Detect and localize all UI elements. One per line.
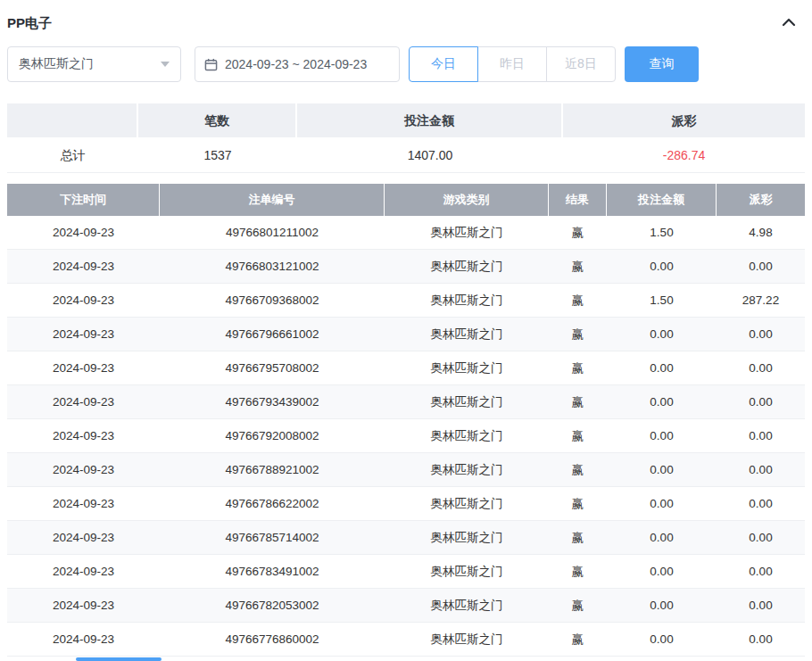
cell-payout: 0.00 [717, 555, 805, 588]
summary-header-blank [7, 103, 138, 137]
filter-toolbar: 奥林匹斯之门 2024-09-23 ~ 2024-09-23 今日 昨日 近8日… [7, 46, 805, 82]
cell-game-type: 奥林匹斯之门 [385, 385, 549, 418]
quick-range-button-group: 今日 昨日 近8日 [409, 46, 616, 82]
quick-range-today-button[interactable]: 今日 [409, 46, 478, 82]
search-button[interactable]: 查询 [625, 46, 699, 82]
cell-game-type: 奥林匹斯之门 [385, 351, 549, 384]
summary-total-count: 1537 [138, 137, 297, 172]
table-row: 2024-09-2349766801211002奥林匹斯之门赢1.504.98 [7, 216, 805, 250]
cell-game-type: 奥林匹斯之门 [385, 521, 549, 554]
cell-payout: 4.98 [717, 216, 805, 249]
table-row: 2024-09-2349766785714002奥林匹斯之门赢0.000.00 [7, 521, 805, 555]
cell-bet-time: 2024-09-23 [7, 589, 160, 622]
summary-header-bet-amount: 投注金额 [297, 103, 563, 137]
cell-bet-time: 2024-09-23 [7, 216, 160, 249]
col-header-payout: 派彩 [717, 184, 805, 216]
cell-payout: 0.00 [717, 385, 805, 418]
cell-game-type: 奥林匹斯之门 [385, 555, 549, 588]
cell-bet-time: 2024-09-23 [7, 453, 160, 486]
cell-bet-time: 2024-09-23 [7, 487, 160, 520]
cell-game-type: 奥林匹斯之门 [385, 419, 549, 452]
cell-bet-amount: 1.50 [607, 216, 717, 249]
table-row: 2024-09-2349766792008002奥林匹斯之门赢0.000.00 [7, 419, 805, 453]
cell-payout: 0.00 [717, 589, 805, 622]
cell-bet-time: 2024-09-23 [7, 555, 160, 588]
cell-game-type: 奥林匹斯之门 [385, 453, 549, 486]
bet-table-body: 2024-09-2349766801211002奥林匹斯之门赢1.504.982… [7, 216, 805, 657]
game-select[interactable]: 奥林匹斯之门 [7, 46, 181, 82]
cell-result: 赢 [549, 623, 607, 656]
cell-game-type: 奥林匹斯之门 [385, 216, 549, 249]
bet-records-table: 下注时间 注单编号 游戏类别 结果 投注金额 派彩 2024-09-234976… [7, 184, 805, 657]
cell-result: 赢 [549, 318, 607, 351]
cell-payout: 0.00 [717, 351, 805, 384]
cell-order-id: 49766786622002 [160, 487, 385, 520]
cell-game-type: 奥林匹斯之门 [385, 487, 549, 520]
col-header-bet-time: 下注时间 [7, 184, 160, 216]
cell-result: 赢 [549, 351, 607, 384]
cell-bet-amount: 0.00 [607, 623, 717, 656]
calendar-icon [204, 58, 218, 71]
cell-result: 赢 [549, 589, 607, 622]
cell-bet-time: 2024-09-23 [7, 385, 160, 418]
summary-table: 笔数 投注金额 派彩 总计 1537 1407.00 -286.74 [7, 103, 805, 173]
cell-game-type: 奥林匹斯之门 [385, 589, 549, 622]
cell-order-id: 49766776860002 [160, 623, 385, 656]
cell-result: 赢 [549, 487, 607, 520]
cell-bet-amount: 0.00 [607, 385, 717, 418]
collapse-panel-button[interactable] [780, 15, 798, 32]
cell-result: 赢 [549, 216, 607, 249]
cell-bet-amount: 0.00 [607, 419, 717, 452]
table-row: 2024-09-2349766796661002奥林匹斯之门赢0.000.00 [7, 318, 805, 351]
cell-game-type: 奥林匹斯之门 [385, 623, 549, 656]
cell-bet-amount: 0.00 [607, 555, 717, 588]
cell-bet-time: 2024-09-23 [7, 419, 160, 452]
date-range-value: 2024-09-23 ~ 2024-09-23 [225, 57, 367, 71]
cell-result: 赢 [549, 453, 607, 486]
summary-total-bet-amount: 1407.00 [297, 137, 563, 172]
cell-order-id: 49766782053002 [160, 589, 385, 622]
table-row: 2024-09-2349766795708002奥林匹斯之门赢0.000.00 [7, 351, 805, 385]
cell-payout: 287.22 [717, 284, 805, 317]
pp-games-panel: PP电子 奥林匹斯之门 2024-09-23 ~ 2024-09-23 今日 昨… [0, 0, 812, 661]
caret-down-icon [161, 62, 170, 67]
cell-bet-amount: 0.00 [607, 351, 717, 384]
cell-result: 赢 [549, 385, 607, 418]
cell-bet-amount: 1.50 [607, 284, 717, 317]
summary-total-payout: -286.74 [563, 137, 805, 172]
chevron-up-icon [782, 17, 796, 30]
panel-title: PP电子 [7, 15, 52, 32]
cell-payout: 0.00 [717, 250, 805, 283]
horizontal-scrollbar-thumb[interactable] [76, 657, 162, 661]
col-header-result: 结果 [549, 184, 607, 216]
cell-bet-amount: 0.00 [607, 318, 717, 351]
table-row: 2024-09-2349766793439002奥林匹斯之门赢0.000.00 [7, 385, 805, 419]
cell-payout: 0.00 [717, 487, 805, 520]
cell-result: 赢 [549, 521, 607, 554]
cell-payout: 0.00 [717, 453, 805, 486]
cell-bet-time: 2024-09-23 [7, 284, 160, 317]
table-row: 2024-09-2349766788921002奥林匹斯之门赢0.000.00 [7, 453, 805, 487]
table-row: 2024-09-2349766709368002奥林匹斯之门赢1.50287.2… [7, 284, 805, 318]
cell-result: 赢 [549, 419, 607, 452]
cell-order-id: 49766796661002 [160, 318, 385, 351]
cell-result: 赢 [549, 555, 607, 588]
cell-order-id: 49766801211002 [160, 216, 385, 249]
quick-range-yesterday-button[interactable]: 昨日 [477, 46, 547, 82]
summary-total-label: 总计 [7, 137, 138, 172]
cell-order-id: 49766785714002 [160, 521, 385, 554]
date-range-input[interactable]: 2024-09-23 ~ 2024-09-23 [195, 46, 400, 82]
bet-table-header-row: 下注时间 注单编号 游戏类别 结果 投注金额 派彩 [7, 184, 805, 216]
cell-bet-time: 2024-09-23 [7, 521, 160, 554]
cell-payout: 0.00 [717, 318, 805, 351]
table-row: 2024-09-2349766803121002奥林匹斯之门赢0.000.00 [7, 250, 805, 284]
game-select-value: 奥林匹斯之门 [19, 56, 94, 72]
table-row: 2024-09-2349766782053002奥林匹斯之门赢0.000.00 [7, 589, 805, 623]
table-row: 2024-09-2349766786622002奥林匹斯之门赢0.000.00 [7, 487, 805, 521]
cell-order-id: 49766792008002 [160, 419, 385, 452]
cell-game-type: 奥林匹斯之门 [385, 250, 549, 283]
col-header-bet-amount: 投注金额 [607, 184, 717, 216]
quick-range-last8days-button[interactable]: 近8日 [546, 46, 616, 82]
cell-order-id: 49766793439002 [160, 385, 385, 418]
summary-header-row: 笔数 投注金额 派彩 [7, 103, 805, 137]
